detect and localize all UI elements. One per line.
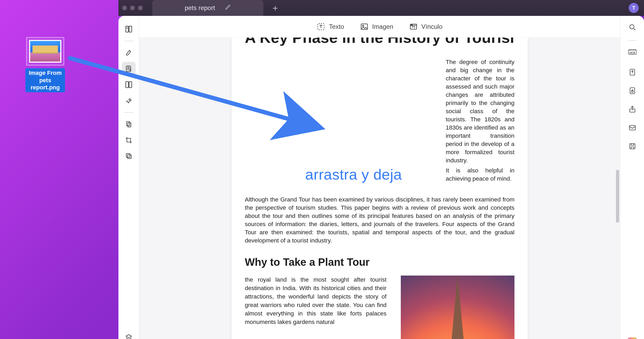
column-paragraph-2: It is also helpful in achieving peace of… (446, 166, 514, 183)
zoom-dot[interactable] (138, 6, 143, 10)
compare-tool-button[interactable] (122, 117, 136, 131)
file-label: Image From pets report.png (25, 68, 65, 92)
crop-tool-button[interactable] (122, 133, 136, 147)
ai-assistant-button[interactable] (627, 337, 638, 339)
svg-point-13 (362, 25, 364, 26)
document-subheading: Why to Take a Plant Tour (245, 256, 514, 268)
layers-button[interactable] (122, 331, 136, 339)
rail-separator (628, 40, 637, 41)
insert-text-label: Texto (329, 23, 344, 30)
window-controls (122, 6, 143, 10)
insert-text-button[interactable]: Texto (317, 22, 344, 31)
svg-rect-0 (126, 26, 128, 32)
body-paragraph-2: the royal land is the most sought after … (245, 276, 387, 339)
svg-rect-4 (126, 66, 130, 72)
save-button[interactable] (627, 141, 638, 152)
column-paragraph-1: The degree of continuity and big change … (446, 58, 514, 165)
body-paragraph-1: Although the Grand Tour has been examine… (245, 195, 514, 245)
image-drop-target[interactable] (245, 58, 435, 183)
file-thumbnail (26, 37, 64, 66)
highlight-tool-button[interactable] (122, 46, 136, 60)
tab-title: pets report (185, 4, 215, 12)
svg-rect-26 (630, 144, 635, 149)
share-button[interactable] (627, 104, 638, 115)
svg-rect-8 (128, 123, 131, 127)
svg-rect-1 (129, 26, 132, 32)
document-page[interactable]: A Key Phase in the History of Tourism Th… (232, 38, 528, 339)
left-tool-rail (118, 16, 139, 339)
right-tool-rail: OCR (620, 16, 644, 339)
document-area: Texto Imagen Vínculo A Key (139, 16, 620, 339)
scrollbar-track[interactable] (616, 80, 619, 228)
svg-rect-25 (629, 125, 635, 130)
minimize-dot[interactable] (130, 6, 135, 10)
svg-point-18 (630, 25, 634, 29)
title-bar: pets report ＋ T (118, 0, 644, 16)
new-tab-button[interactable]: ＋ (271, 2, 280, 14)
page-layout-tool-button[interactable] (122, 78, 136, 91)
insert-image-button[interactable]: Imagen (360, 22, 393, 31)
duplicate-tool-button[interactable] (122, 149, 136, 163)
svg-rect-7 (126, 122, 130, 126)
document-viewport[interactable]: A Key Phase in the History of Tourism Th… (139, 38, 620, 339)
close-dot[interactable] (122, 6, 127, 10)
document-tab[interactable]: pets report (152, 0, 263, 16)
svg-line-19 (634, 29, 635, 30)
rail-separator (124, 112, 134, 113)
convert-button[interactable] (627, 67, 638, 78)
svg-rect-5 (126, 82, 128, 88)
insert-link-button[interactable]: Vínculo (409, 22, 443, 31)
signature-tool-button[interactable] (122, 94, 136, 107)
desktop-file[interactable]: Image From pets report.png (25, 37, 65, 92)
scrollbar-thumb[interactable] (616, 170, 619, 223)
app-window: pets report ＋ T (118, 0, 644, 339)
svg-point-16 (411, 25, 412, 25)
ocr-button[interactable]: OCR (627, 48, 638, 59)
svg-rect-6 (129, 82, 132, 88)
insert-link-label: Vínculo (421, 23, 443, 30)
edit-toolbar: Texto Imagen Vínculo (139, 16, 620, 38)
drag-drop-annotation: arrastra y deja (305, 166, 402, 183)
user-avatar[interactable]: T (629, 3, 639, 13)
svg-rect-10 (127, 155, 131, 158)
ocr-label: OCR (629, 52, 635, 54)
rename-tab-icon[interactable] (225, 4, 231, 12)
avatar-letter: T (632, 5, 635, 11)
svg-rect-9 (126, 154, 130, 157)
ai-assistant-icon (627, 337, 637, 339)
edit-content-tool-button[interactable] (122, 62, 136, 76)
document-heading: A Key Phase in the History of Tourism (245, 38, 514, 46)
eiffel-tower-image (401, 276, 514, 339)
svg-point-17 (412, 25, 412, 25)
thumbnails-panel-button[interactable] (122, 22, 136, 36)
svg-rect-23 (631, 91, 633, 92)
svg-rect-12 (361, 24, 367, 29)
mail-button[interactable] (627, 122, 638, 133)
protect-button[interactable] (627, 85, 638, 96)
search-button[interactable] (627, 22, 638, 33)
rail-separator (124, 41, 134, 41)
insert-image-label: Imagen (372, 23, 393, 30)
